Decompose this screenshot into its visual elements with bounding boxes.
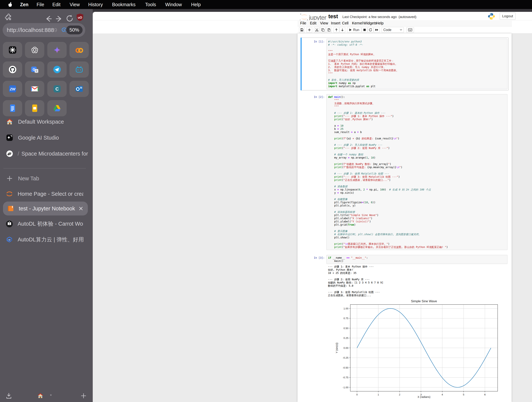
cell-input-row: In [3]:if __name__ == "__main__": main(): [302, 255, 507, 264]
python-logo-icon: [488, 13, 495, 20]
app-tile-gmail[interactable]: [25, 81, 44, 97]
move-cell-down-button[interactable]: [340, 27, 345, 33]
svg-text:-0.50: -0.50: [342, 366, 348, 369]
jupyter-menu-view[interactable]: View: [320, 20, 328, 26]
forward-arrow-icon[interactable]: [55, 15, 63, 23]
code-cell-1[interactable]: In [1]:#!/usr/bin/env python3# -*- codin…: [301, 38, 508, 90]
jupyter-menu-cell[interactable]: Cell: [342, 20, 348, 26]
tab-home-page[interactable]: Home Page - Select or create: [0, 188, 93, 200]
app-tile-outlook[interactable]: [70, 81, 89, 97]
menu-item-history[interactable]: History: [88, 0, 103, 9]
app-tile-star-app[interactable]: [3, 42, 22, 58]
jupyter-header: jupyter test Last Checkpoint: a few seco…: [93, 12, 532, 20]
menu-item-bookmarks[interactable]: Bookmarks: [112, 0, 136, 9]
zoom-level-badge[interactable]: 50%: [66, 26, 82, 34]
plus-icon: [6, 175, 13, 182]
cut-cell-button[interactable]: [314, 27, 320, 33]
copy-cell-button[interactable]: [320, 27, 326, 33]
dot-icon[interactable]: [49, 393, 53, 397]
menu-item-window[interactable]: Window: [165, 0, 182, 9]
paste-cell-button[interactable]: [326, 27, 332, 33]
workspace-slash: /: [18, 150, 19, 157]
gemini-icon: [53, 46, 61, 54]
app-tile-teal-c[interactable]: C: [47, 81, 67, 97]
jupyter-menu-insert[interactable]: Insert: [331, 20, 340, 26]
app-tile-telegram[interactable]: [47, 61, 67, 78]
code-cell-2[interactable]: In [2]:def main(): """ 主函数，按顺序执行所有测试步骤。 …: [301, 93, 508, 251]
new-tab-label: New Tab: [18, 175, 39, 182]
jupyter-menu-file[interactable]: File: [300, 20, 306, 26]
svg-text:4: 4: [442, 393, 443, 396]
svg-text:0.50: 0.50: [343, 327, 348, 330]
input-prompt: In [2]:: [302, 94, 326, 250]
svg-text:0: 0: [356, 393, 358, 396]
output-text: --- 步骤 1: 基本 Python 操作 ---你好, Python 脚本!…: [326, 264, 507, 297]
run-button[interactable]: Run: [347, 27, 361, 33]
close-icon[interactable]: [78, 206, 84, 211]
plus-icon[interactable]: [80, 393, 87, 399]
app-tile-co-orange[interactable]: [70, 42, 89, 58]
jupyter-menu-edit[interactable]: Edit: [310, 20, 316, 26]
svg-text:0.25: 0.25: [343, 337, 348, 339]
sidebar-item-space-microdatacenters-for[interactable]: /Space Microdatacenters for: [0, 148, 93, 159]
tab-item-3[interactable]: AutoDL算力云 | 弹性、好用、: [0, 234, 93, 246]
sidebar-divider: [3, 168, 86, 169]
app-tile-github[interactable]: [3, 61, 22, 78]
app-tile-google-docs[interactable]: [3, 100, 22, 116]
add-cell-button[interactable]: [307, 27, 312, 33]
code-cell-3[interactable]: In [3]:if __name__ == "__main__": main()…: [301, 254, 508, 401]
menu-item-help[interactable]: Help: [191, 0, 201, 9]
jupyter-menu-help[interactable]: Help: [376, 20, 384, 26]
menu-item-view[interactable]: View: [70, 0, 80, 9]
svg-text:Simple Sine Wave: Simple Sine Wave: [411, 299, 437, 303]
menu-item-zen[interactable]: Zen: [20, 0, 28, 9]
home-emoji-icon[interactable]: [37, 393, 44, 399]
ublock-shield-icon[interactable]: uO: [76, 13, 84, 21]
menu-item-edit[interactable]: Edit: [52, 0, 60, 9]
new-tab-button[interactable]: New Tab: [0, 173, 93, 184]
restart-kernel-button[interactable]: [368, 27, 373, 33]
sidebar-item-google-ai-studio[interactable]: Google AI Studio: [0, 132, 93, 143]
tab-test-jupyter-notebook-active[interactable]: test - Jupyter Notebook: [3, 201, 88, 215]
app-tile-google-drive[interactable]: [47, 100, 67, 116]
code-input-area[interactable]: if __name__ == "__main__": main(): [326, 255, 507, 264]
move-cell-up-button[interactable]: [334, 27, 339, 33]
notebook-title[interactable]: test: [328, 13, 338, 19]
sidebar-item-default-workspace[interactable]: Default Workspace: [0, 116, 93, 127]
app-tile-gemini[interactable]: [47, 42, 67, 58]
url-bar[interactable]: http://localhost:8889 50%: [3, 23, 85, 37]
app-tile-blue-app[interactable]: ZW: [3, 81, 22, 97]
tab-item-2[interactable]: AutoDL 初体验 - Carrot World: [0, 218, 93, 230]
back-arrow-icon[interactable]: [44, 15, 53, 23]
google-drive-icon: [53, 104, 61, 112]
stop-kernel-button[interactable]: [362, 27, 367, 33]
extensions-puzzle-icon[interactable]: [5, 13, 13, 22]
menu-item-tools[interactable]: Tools: [145, 0, 156, 9]
google-translate-icon: G文: [31, 65, 39, 74]
svg-text:-1.00: -1.00: [342, 386, 348, 389]
output-prompt: [302, 297, 326, 400]
svg-text:0.00: 0.00: [343, 347, 348, 349]
app-tile-bilibili[interactable]: [70, 61, 89, 78]
cell-type-select[interactable]: Code: [382, 27, 404, 33]
run-label: Run: [353, 28, 359, 32]
app-tile-google-slides[interactable]: [25, 100, 44, 116]
app-tile-chatgpt[interactable]: [25, 42, 44, 58]
browser-sidebar: uO http://localhost:8889 50% G文ZWC Defau…: [0, 9, 93, 402]
jupyter-menu-kernel[interactable]: Kernel: [352, 20, 363, 26]
save-button[interactable]: [299, 27, 305, 33]
telegram-icon: [53, 65, 61, 74]
reload-icon[interactable]: [65, 14, 74, 23]
code-input-area[interactable]: #!/usr/bin/env python3# -*- coding: utf-…: [326, 39, 507, 89]
command-palette-button[interactable]: [406, 27, 414, 33]
app-tile-google-translate[interactable]: G文: [25, 61, 44, 78]
logout-button[interactable]: Logout: [500, 13, 515, 20]
download-icon[interactable]: [5, 392, 13, 399]
restart-run-all-button[interactable]: [374, 27, 380, 33]
jupyter-menu-widgets[interactable]: Widgets: [363, 20, 377, 26]
notebook-container: In [1]:#!/usr/bin/env python3# -*- codin…: [298, 33, 512, 402]
autodl-icon: [6, 236, 13, 243]
code-input-area[interactable]: def main(): """ 主函数，按顺序执行所有测试步骤。 """ # -…: [326, 94, 507, 250]
browser-content-jupyter: jupyter test Last Checkpoint: a few seco…: [93, 12, 532, 402]
menu-item-file[interactable]: File: [37, 0, 44, 9]
